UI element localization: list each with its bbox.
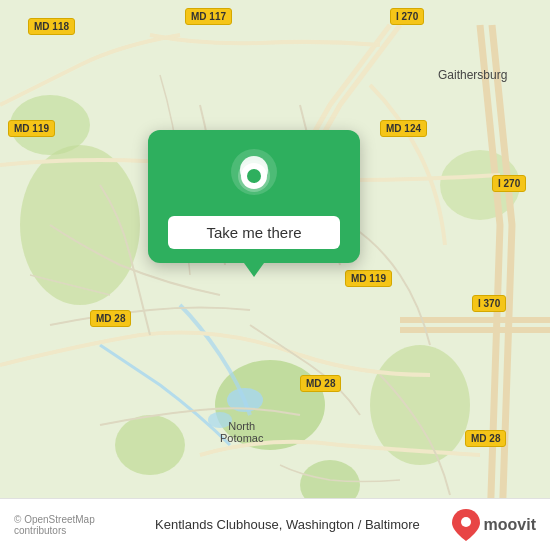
map-svg [0, 0, 550, 550]
moovit-text: moovit [484, 516, 536, 534]
svg-point-15 [247, 169, 261, 183]
svg-point-4 [115, 415, 185, 475]
road-label-i370: I 370 [472, 295, 506, 312]
location-info: Kentlands Clubhouse, Washington / Baltim… [123, 517, 451, 532]
road-label-i270a: I 270 [390, 8, 424, 25]
city-label-gaithersburg: Gaithersburg [438, 68, 507, 82]
road-label-md119a: MD 119 [8, 120, 55, 137]
map-container: MD 118 MD 117 I 270 MD 119 MD 124 I 270 … [0, 0, 550, 550]
svg-point-1 [20, 145, 140, 305]
road-label-i270b: I 270 [492, 175, 526, 192]
road-label-md124: MD 124 [380, 120, 427, 137]
copyright-text: © OpenStreetMap contributors [14, 514, 123, 536]
road-label-md117: MD 117 [185, 8, 232, 25]
bottom-bar: © OpenStreetMap contributors Kentlands C… [0, 498, 550, 550]
take-me-there-button[interactable]: Take me there [168, 216, 340, 249]
pin-visual [228, 154, 280, 206]
road-label-md119b: MD 119 [345, 270, 392, 287]
road-label-md118: MD 118 [28, 18, 75, 35]
city-label-north-potomac: NorthPotomac [220, 420, 263, 444]
road-label-md28a: MD 28 [90, 310, 131, 327]
svg-point-16 [461, 517, 471, 527]
road-label-md28c: MD 28 [465, 430, 506, 447]
popup-card: Take me there [148, 130, 360, 263]
moovit-logo: moovit [452, 509, 536, 541]
road-label-md28b: MD 28 [300, 375, 341, 392]
moovit-icon [452, 509, 480, 541]
popup-tail [244, 263, 264, 277]
